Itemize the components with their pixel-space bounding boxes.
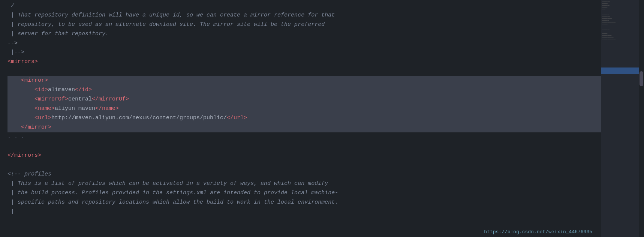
line-content: <name>aliyun maven</name> bbox=[7, 104, 644, 113]
code-line-selected: <name>aliyun maven</name> bbox=[7, 104, 644, 114]
line-content: | repository, to be used as an alternate… bbox=[7, 20, 644, 29]
code-area: / | That repository definition will have… bbox=[0, 0, 644, 218]
code-line bbox=[7, 142, 644, 151]
code-line: <mirrors> bbox=[7, 57, 644, 67]
code-line: |--> bbox=[7, 48, 644, 57]
line-content: | server for that repository. bbox=[7, 30, 644, 39]
line-content: | That repository definition will have a… bbox=[7, 11, 644, 20]
code-line-selected: <mirror> bbox=[7, 76, 644, 86]
code-line: | That repository definition will have a… bbox=[7, 11, 644, 20]
minimap-highlight bbox=[601, 68, 639, 74]
scrollbar-thumb[interactable] bbox=[640, 71, 643, 86]
line-content bbox=[7, 67, 644, 76]
line-content: </mirror> bbox=[7, 123, 644, 132]
code-line: | the build process. Profiles provided i… bbox=[7, 189, 644, 198]
minimap-content: ▬▬▬▬▬▬▬▬▬▬▬▬ ▬▬▬▬▬▬▬▬▬ ▬▬▬▬▬▬▬▬▬▬▬ ▬▬▬▬▬… bbox=[601, 0, 639, 43]
code-line: / bbox=[7, 2, 644, 11]
line-content: <mirrorOf>central</mirrorOf> bbox=[7, 95, 644, 104]
code-line-selected: <mirrorOf>central</mirrorOf> bbox=[7, 95, 644, 104]
line-content: | bbox=[7, 207, 644, 216]
line-content: | specific paths and repository location… bbox=[7, 198, 644, 207]
line-content: / bbox=[7, 2, 644, 10]
line-content: | the build process. Profiles provided i… bbox=[7, 189, 644, 198]
line-content: |--> bbox=[7, 48, 644, 57]
code-line: </mirrors> bbox=[7, 151, 644, 160]
line-content: <mirror> bbox=[7, 76, 644, 85]
code-line: | repository, to be used as an alternate… bbox=[7, 20, 644, 30]
code-line-selected: <url>http://maven.aliyun.com/nexus/conte… bbox=[7, 114, 644, 123]
line-content: <url>http://maven.aliyun.com/nexus/conte… bbox=[7, 114, 644, 123]
line-content: </mirrors> bbox=[7, 151, 644, 160]
line-content bbox=[7, 160, 644, 170]
status-bar-url: https://blog.csdn.net/weixin_44676935 bbox=[481, 228, 595, 237]
code-line-selected: </mirror> bbox=[7, 123, 644, 132]
code-line bbox=[7, 67, 644, 76]
code-line: | This is a list of profiles which can b… bbox=[7, 179, 644, 189]
code-line-dots: . . . bbox=[7, 132, 644, 142]
line-content bbox=[7, 142, 644, 151]
code-line bbox=[7, 160, 644, 170]
code-line: | bbox=[7, 207, 644, 217]
code-line: <!-- profiles bbox=[7, 170, 644, 179]
scrollbar-track[interactable] bbox=[639, 0, 644, 237]
line-content: <mirrors> bbox=[7, 57, 644, 66]
line-content: <id>alimaven</id> bbox=[7, 86, 644, 94]
line-content: <!-- profiles bbox=[7, 170, 644, 179]
line-content: | This is a list of profiles which can b… bbox=[7, 179, 644, 188]
minimap[interactable]: ▬▬▬▬▬▬▬▬▬▬▬▬ ▬▬▬▬▬▬▬▬▬ ▬▬▬▬▬▬▬▬▬▬▬ ▬▬▬▬▬… bbox=[601, 0, 639, 237]
code-line-selected: <id>alimaven</id> bbox=[7, 86, 644, 95]
code-line: | specific paths and repository location… bbox=[7, 198, 644, 207]
code-editor: / | That repository definition will have… bbox=[0, 0, 644, 237]
code-line: | server for that repository. bbox=[7, 30, 644, 39]
line-content: . . . bbox=[7, 132, 644, 141]
